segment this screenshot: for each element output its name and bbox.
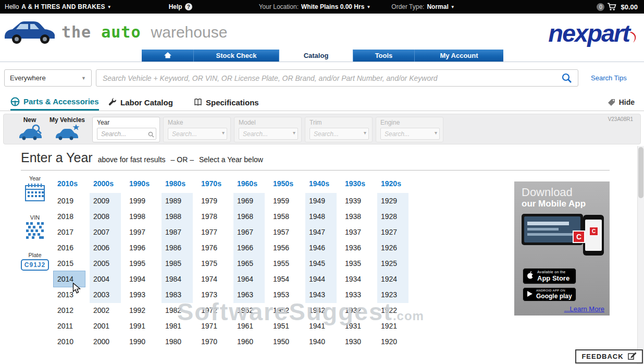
year-cell-1952[interactable]: 1952	[269, 302, 301, 318]
year-cell-1920[interactable]: 1920	[377, 334, 408, 349]
decade-link-1920s[interactable]: 1920s	[377, 177, 413, 193]
location-selector[interactable]: Your Location: White Plains 0.00 Hrs ▼	[259, 3, 371, 10]
year-cell-1981[interactable]: 1981	[162, 318, 193, 334]
year-cell-1986[interactable]: 1986	[162, 240, 193, 256]
year-cell-2000[interactable]: 2000	[90, 334, 121, 349]
search-tips-link[interactable]: Search Tips	[591, 74, 627, 82]
year-cell-1921[interactable]: 1921	[377, 318, 408, 334]
search-input[interactable]	[96, 69, 578, 87]
cart-total[interactable]: $0.00	[621, 3, 638, 11]
help-menu[interactable]: Help ?	[169, 3, 192, 10]
year-cell-2001[interactable]: 2001	[90, 318, 121, 334]
year-cell-1934[interactable]: 1934	[341, 271, 373, 287]
nexpart-logo[interactable]: nexpart	[548, 19, 638, 47]
auto-warehouse-logo[interactable]: the auto warehouse	[61, 23, 227, 41]
decade-link-1990s[interactable]: 1990s	[126, 177, 162, 193]
year-cell-2018[interactable]: 2018	[54, 209, 85, 224]
google-play-badge[interactable]: ANDROID APP ON Google play	[523, 287, 576, 301]
decade-link-1930s[interactable]: 1930s	[341, 177, 377, 193]
year-cell-1955[interactable]: 1955	[269, 256, 301, 271]
year-cell-1935[interactable]: 1935	[341, 256, 373, 271]
year-cell-1984[interactable]: 1984	[162, 271, 193, 287]
year-cell-2012[interactable]: 2012	[54, 302, 85, 318]
year-cell-2008[interactable]: 2008	[90, 209, 121, 224]
year-cell-1989[interactable]: 1989	[162, 193, 193, 209]
year-cell-1943[interactable]: 1943	[305, 287, 337, 302]
year-cell-1982[interactable]: 1982	[162, 302, 193, 318]
nav-tab-catalog[interactable]: Catalog	[279, 50, 353, 62]
year-cell-2015[interactable]: 2015	[54, 256, 85, 271]
year-cell-1957[interactable]: 1957	[269, 224, 301, 240]
hide-button[interactable]: Hide	[608, 94, 635, 111]
year-cell-1980[interactable]: 1980	[162, 334, 193, 349]
tab-labor-catalog[interactable]: Labor Catalog	[108, 94, 173, 111]
year-cell-2007[interactable]: 2007	[90, 224, 121, 240]
decade-link-1980s[interactable]: 1980s	[162, 177, 197, 193]
year-cell-2006[interactable]: 2006	[90, 240, 121, 256]
decade-link-1970s[interactable]: 1970s	[197, 177, 233, 193]
year-cell-1926[interactable]: 1926	[377, 240, 408, 256]
year-cell-1988[interactable]: 1988	[162, 209, 193, 224]
year-cell-1948[interactable]: 1948	[305, 209, 337, 224]
nav-tab-stock-check[interactable]: Stock Check	[194, 50, 279, 62]
year-cell-1967[interactable]: 1967	[233, 224, 265, 240]
year-cell-1949[interactable]: 1949	[305, 193, 337, 209]
year-cell-2005[interactable]: 2005	[90, 256, 121, 271]
order-type-selector[interactable]: Order Type: Normal ▼	[391, 3, 454, 10]
year-cell-1951[interactable]: 1951	[269, 318, 301, 334]
year-cell-1985[interactable]: 1985	[162, 256, 193, 271]
plate-lookup-tab[interactable]: Plate C91J2	[20, 252, 50, 271]
search-icon[interactable]	[562, 73, 572, 86]
scrollbar-thumb[interactable]	[638, 147, 643, 198]
year-cell-1998[interactable]: 1998	[126, 209, 157, 224]
year-cell-1947[interactable]: 1947	[305, 224, 337, 240]
year-cell-1961[interactable]: 1961	[233, 318, 265, 334]
year-cell-1964[interactable]: 1964	[233, 271, 265, 287]
app-store-badge[interactable]: Available on the App Store	[523, 268, 576, 284]
tab-specifications[interactable]: Specifications	[194, 94, 259, 111]
year-cell-2019[interactable]: 2019	[54, 193, 85, 209]
decade-link-1960s[interactable]: 1960s	[233, 177, 269, 193]
year-cell-1987[interactable]: 1987	[162, 224, 193, 240]
year-cell-1969[interactable]: 1969	[233, 193, 265, 209]
nav-tab-home[interactable]	[142, 50, 194, 62]
year-cell-2004[interactable]: 2004	[90, 271, 121, 287]
year-cell-1940[interactable]: 1940	[305, 334, 337, 349]
year-cell-1974[interactable]: 1974	[197, 271, 229, 287]
year-cell-1944[interactable]: 1944	[305, 271, 337, 287]
decade-link-2000s[interactable]: 2000s	[90, 177, 126, 193]
nav-tab-tools[interactable]: Tools	[353, 50, 415, 62]
year-cell-1925[interactable]: 1925	[377, 256, 408, 271]
year-cell-1993[interactable]: 1993	[126, 287, 157, 302]
year-cell-1938[interactable]: 1938	[341, 209, 373, 224]
year-cell-2011[interactable]: 2011	[54, 318, 85, 334]
search-scope-dropdown[interactable]: Everywhere ▼	[4, 69, 92, 87]
year-cell-1971[interactable]: 1971	[197, 318, 229, 334]
year-cell-1972[interactable]: 1972	[197, 302, 229, 318]
year-cell-1924[interactable]: 1924	[377, 271, 408, 287]
mobile-app-ad[interactable]: Download our Mobile App C C Available on…	[514, 181, 610, 316]
year-cell-1968[interactable]: 1968	[233, 209, 265, 224]
year-cell-1958[interactable]: 1958	[269, 209, 301, 224]
year-cell-1976[interactable]: 1976	[197, 240, 229, 256]
decade-link-1940s[interactable]: 1940s	[305, 177, 341, 193]
year-cell-1975[interactable]: 1975	[197, 256, 229, 271]
year-cell-2003[interactable]: 2003	[90, 287, 121, 302]
year-cell-1941[interactable]: 1941	[305, 318, 337, 334]
year-cell-1945[interactable]: 1945	[305, 256, 337, 271]
year-cell-1956[interactable]: 1956	[269, 240, 301, 256]
year-cell-1965[interactable]: 1965	[233, 256, 265, 271]
year-cell-2016[interactable]: 2016	[54, 240, 85, 256]
year-cell-1992[interactable]: 1992	[126, 302, 157, 318]
year-cell-1970[interactable]: 1970	[197, 334, 229, 349]
year-cell-2017[interactable]: 2017	[54, 224, 85, 240]
year-cell-1928[interactable]: 1928	[377, 209, 408, 224]
cart-icon[interactable]	[607, 3, 616, 11]
year-cell-2009[interactable]: 2009	[90, 193, 121, 209]
year-cell-1995[interactable]: 1995	[126, 256, 157, 271]
account-menu[interactable]: A & H TIRES AND BRAKES	[21, 3, 105, 10]
year-cell-2002[interactable]: 2002	[90, 302, 121, 318]
my-vehicles-button[interactable]: My Vehicles	[47, 116, 87, 143]
year-cell-1937[interactable]: 1937	[341, 224, 373, 240]
year-cell-2010[interactable]: 2010	[54, 334, 85, 349]
